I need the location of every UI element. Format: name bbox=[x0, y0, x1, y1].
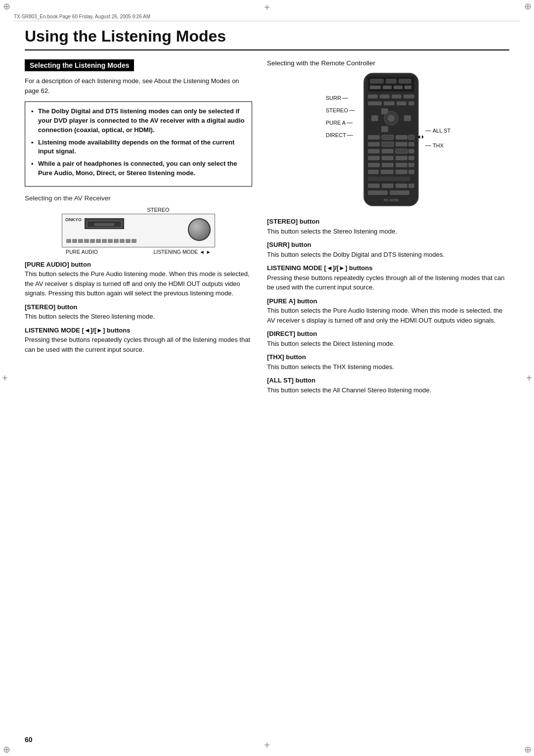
stereo-label-above: STEREO bbox=[147, 207, 169, 213]
listening-mode-btn-title-remote: LISTENING MODE [◄]/[►] buttons bbox=[267, 264, 372, 272]
svg-rect-24 bbox=[382, 135, 394, 140]
svg-rect-33 bbox=[396, 149, 407, 153]
direct-label-text: DIRECT bbox=[326, 133, 346, 138]
right-center-cross: + bbox=[526, 373, 532, 384]
stereo-btn-title-remote: [STEREO] button bbox=[267, 218, 319, 225]
stereo-btn-desc-av: [STEREO] button This button selects the … bbox=[25, 302, 252, 322]
stereo-btn-desc-remote: [STEREO] button This button selects the … bbox=[267, 217, 509, 236]
av-btn-descriptions: [PURE AUDIO] button This button selects … bbox=[25, 260, 252, 355]
svg-rect-2 bbox=[370, 79, 384, 84]
svg-rect-19 bbox=[404, 115, 411, 121]
svg-rect-42 bbox=[408, 163, 414, 167]
av-brand: ONKYO bbox=[65, 217, 82, 222]
corner-mark-tl: ⊕ bbox=[2, 2, 11, 11]
stereo-label-text: STEREO bbox=[326, 108, 348, 113]
svg-rect-29 bbox=[396, 142, 407, 146]
listening-mode-btn-desc-av: LISTENING MODE [◄]/[►] buttons Pressing … bbox=[25, 326, 252, 355]
remote-labels-left: SURR STEREO PURE A DIRECT bbox=[326, 71, 356, 138]
svg-rect-7 bbox=[394, 86, 402, 89]
svg-rect-45 bbox=[396, 170, 407, 174]
direct-label: DIRECT bbox=[326, 133, 356, 138]
svg-rect-3 bbox=[386, 79, 397, 84]
svg-rect-13 bbox=[368, 101, 382, 105]
remote-labels-right: ALL ST THX bbox=[425, 71, 450, 148]
svg-rect-41 bbox=[396, 163, 407, 167]
thx-btn-title: [THX] button bbox=[267, 353, 306, 361]
svg-rect-38 bbox=[408, 156, 414, 160]
svg-rect-40 bbox=[382, 163, 394, 167]
listening-mode-btn-desc-remote: LISTENING MODE [◄]/[►] buttons Pressing … bbox=[267, 263, 509, 292]
corner-mark-tr: ⊕ bbox=[523, 2, 532, 11]
svg-rect-53 bbox=[390, 190, 409, 195]
svg-rect-46 bbox=[408, 170, 414, 174]
pure-audio-label: PURE AUDIO bbox=[66, 249, 98, 255]
remote-body-container: RC-620M ◄ ► bbox=[359, 71, 423, 211]
listening-mode-btn-text-remote: Pressing these buttons repeatedly cycles… bbox=[267, 274, 505, 291]
svg-rect-34 bbox=[408, 149, 414, 153]
stereo-label: STEREO bbox=[326, 108, 356, 113]
all-st-btn-title: [ALL ST] button bbox=[267, 377, 315, 384]
surr-btn-desc: [SURR] button This button selects the Do… bbox=[267, 240, 509, 259]
av-buttons-row bbox=[66, 239, 211, 243]
svg-rect-16 bbox=[408, 101, 414, 105]
svg-rect-25 bbox=[396, 135, 407, 140]
svg-rect-11 bbox=[392, 94, 401, 98]
svg-rect-26 bbox=[408, 135, 414, 140]
remote-wrapper: SURR STEREO PURE A DIRECT bbox=[267, 71, 509, 211]
av-labels-below: PURE AUDIO LISTENING MODE ◄ ► bbox=[62, 249, 215, 255]
listening-mode-btn-title-av: LISTENING MODE [◄]/[►] buttons bbox=[25, 327, 130, 334]
svg-rect-32 bbox=[382, 149, 394, 153]
svg-rect-37 bbox=[396, 156, 407, 160]
pure-a-btn-text: This button selects the Pure Audio liste… bbox=[267, 307, 502, 324]
svg-rect-47 bbox=[368, 177, 410, 181]
svg-rect-23 bbox=[368, 135, 380, 140]
svg-rect-28 bbox=[382, 142, 394, 146]
left-column: Selecting the Listening Modes For a desc… bbox=[25, 59, 252, 399]
svg-rect-12 bbox=[403, 94, 414, 98]
av-receiver-title: Selecting on the AV Receiver bbox=[25, 194, 252, 202]
bullet-list: The Dolby Digital and DTS listening mode… bbox=[31, 107, 246, 178]
svg-rect-44 bbox=[381, 170, 394, 174]
thx-btn-text: This button selects the THX listening mo… bbox=[267, 363, 394, 371]
all-st-label-text: ALL ST bbox=[433, 128, 450, 134]
page-number: 60 bbox=[25, 736, 33, 744]
svg-rect-27 bbox=[368, 142, 380, 146]
surr-btn-text: This button selects the Dolby Digital an… bbox=[267, 251, 445, 258]
svg-rect-8 bbox=[404, 86, 411, 89]
surr-label: SURR bbox=[326, 95, 356, 101]
bullet-item-3: While a pair of headphones is connected,… bbox=[31, 159, 246, 178]
svg-rect-51 bbox=[408, 184, 414, 188]
svg-rect-50 bbox=[396, 184, 407, 188]
all-st-btn-text: This button selects the All Channel Ster… bbox=[267, 386, 431, 394]
header-bar: TX-SR803_En.book Page 60 Friday, August … bbox=[14, 14, 520, 21]
main-content: Using the Listening Modes Selecting the … bbox=[25, 27, 509, 731]
svg-rect-36 bbox=[382, 156, 394, 160]
stereo-btn-text-av: This button selects the Stereo listening… bbox=[25, 313, 155, 320]
pure-a-label: PURE A bbox=[326, 120, 356, 126]
header-text: TX-SR803_En.book Page 60 Friday, August … bbox=[14, 14, 150, 19]
svg-text:RC-620M: RC-620M bbox=[384, 198, 399, 202]
stereo-line bbox=[349, 110, 355, 111]
svg-text:►: ► bbox=[421, 134, 423, 140]
svg-rect-30 bbox=[408, 142, 414, 146]
svg-rect-10 bbox=[380, 94, 390, 98]
svg-point-21 bbox=[388, 115, 395, 122]
intro-text: For a description of each listening mode… bbox=[25, 76, 252, 95]
surr-line bbox=[342, 98, 348, 98]
svg-rect-14 bbox=[384, 101, 395, 105]
bullet-item-2: Listening mode availability depends on t… bbox=[31, 138, 246, 157]
pure-audio-btn-text: This button selects the Pure Audio liste… bbox=[25, 270, 250, 297]
svg-rect-22 bbox=[381, 126, 388, 132]
thx-label: THX bbox=[425, 142, 450, 148]
section-heading: Selecting the Listening Modes bbox=[25, 59, 134, 71]
left-center-cross: + bbox=[2, 373, 8, 384]
av-receiver-diagram: STEREO ONKYO bbox=[25, 207, 252, 255]
svg-rect-15 bbox=[397, 101, 406, 105]
all-st-label: ALL ST bbox=[425, 128, 450, 134]
svg-rect-48 bbox=[368, 184, 380, 188]
remote-btn-descriptions: [STEREO] button This button selects the … bbox=[267, 217, 509, 395]
all-st-btn-desc: [ALL ST] button This button selects the … bbox=[267, 376, 509, 395]
pure-a-label-text: PURE A bbox=[326, 120, 346, 126]
pure-a-btn-desc: [PURE A] button This button selects the … bbox=[267, 296, 509, 326]
corner-mark-bl: ⊕ bbox=[2, 745, 11, 754]
